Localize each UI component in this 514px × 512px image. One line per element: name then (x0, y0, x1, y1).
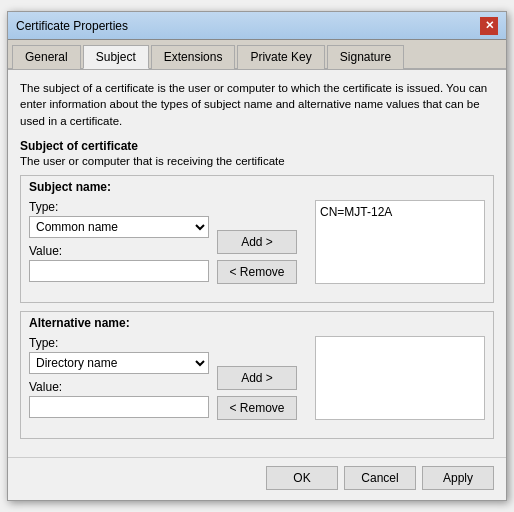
subject-of-cert-desc: The user or computer that is receiving t… (20, 155, 494, 167)
certificate-properties-window: Certificate Properties ✕ General Subject… (7, 11, 507, 500)
titlebar: Certificate Properties ✕ (8, 12, 506, 40)
alt-add-button[interactable]: Add > (217, 366, 297, 390)
subject-type-select[interactable]: Common name Organization Organizational … (29, 216, 209, 238)
subject-name-title: Subject name: (29, 180, 485, 194)
tab-content: The subject of a certificate is the user… (8, 70, 506, 456)
alt-name-actions: Add > < Remove (217, 336, 307, 420)
cancel-button[interactable]: Cancel (344, 466, 416, 490)
subject-name-row: Type: Common name Organization Organizat… (29, 200, 485, 284)
alt-name-left: Type: Directory name DNS name Email name… (29, 336, 209, 420)
subject-remove-button[interactable]: < Remove (217, 260, 297, 284)
subject-value-input[interactable] (29, 260, 209, 282)
subject-add-button[interactable]: Add > (217, 230, 297, 254)
alt-name-group: Alternative name: Type: Directory name D… (20, 311, 494, 439)
subject-name-left: Type: Common name Organization Organizat… (29, 200, 209, 284)
tab-extensions[interactable]: Extensions (151, 45, 236, 69)
tab-subject[interactable]: Subject (83, 45, 149, 69)
tab-bar: General Subject Extensions Private Key S… (8, 40, 506, 70)
subject-name-group: Subject name: Type: Common name Organiza… (20, 175, 494, 303)
window-title: Certificate Properties (16, 19, 128, 33)
close-button[interactable]: ✕ (480, 17, 498, 35)
subject-of-cert-label: Subject of certificate (20, 139, 494, 153)
subject-type-label: Type: (29, 200, 209, 214)
cert-value-cn: CN=MJT-12A (320, 205, 392, 219)
description-text: The subject of a certificate is the user… (20, 80, 494, 128)
dialog-footer: OK Cancel Apply (8, 457, 506, 500)
alt-name-row: Type: Directory name DNS name Email name… (29, 336, 485, 420)
alt-remove-button[interactable]: < Remove (217, 396, 297, 420)
tab-general[interactable]: General (12, 45, 81, 69)
alt-value-input[interactable] (29, 396, 209, 418)
subject-value-label: Value: (29, 244, 209, 258)
alt-name-title: Alternative name: (29, 316, 485, 330)
alt-value-label: Value: (29, 380, 209, 394)
subject-name-actions: Add > < Remove (217, 200, 307, 284)
apply-button[interactable]: Apply (422, 466, 494, 490)
alt-type-select[interactable]: Directory name DNS name Email name IP ad… (29, 352, 209, 374)
subject-name-values: CN=MJT-12A (315, 200, 485, 284)
tab-private-key[interactable]: Private Key (237, 45, 324, 69)
alt-name-values (315, 336, 485, 420)
alt-type-label: Type: (29, 336, 209, 350)
tab-signature[interactable]: Signature (327, 45, 404, 69)
ok-button[interactable]: OK (266, 466, 338, 490)
